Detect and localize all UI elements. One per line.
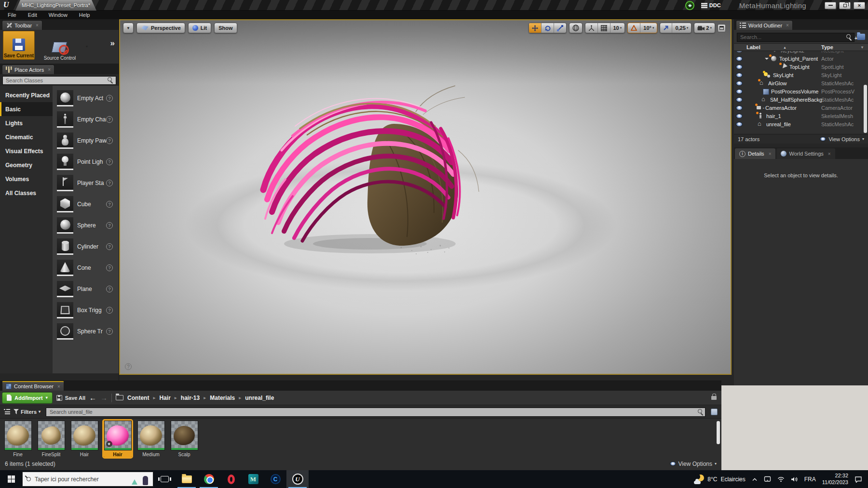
outliner-view-options-button[interactable]: View Options▾	[820, 136, 864, 142]
new-folder-icon[interactable]	[857, 34, 865, 40]
hidden-icons-chevron-icon[interactable]	[752, 477, 758, 481]
place-item-empty-pawn[interactable]: Empty Paw?	[53, 130, 119, 151]
help-icon[interactable]: ?	[106, 158, 113, 165]
place-item-cube[interactable]: Cube?	[53, 194, 119, 215]
collapse-arrow-icon[interactable]	[765, 58, 769, 62]
place-item-player-start[interactable]: Player Sta?	[53, 172, 119, 194]
close-tab-icon[interactable]: ×	[769, 151, 772, 157]
help-icon[interactable]: ?	[106, 243, 113, 250]
translate-tool-button[interactable]	[529, 23, 542, 33]
place-item-empty-character[interactable]: Empty Cha?	[53, 109, 119, 130]
content-scrollbar[interactable]	[717, 421, 720, 444]
asset-hair[interactable]: Hair	[70, 421, 98, 457]
outliner-row-airglow[interactable]: AirGlowStaticMeshAc	[734, 79, 868, 87]
close-tab-icon[interactable]: ×	[48, 67, 51, 72]
file-explorer-button[interactable]	[176, 470, 198, 488]
details-tab[interactable]: i Details ×	[735, 148, 775, 159]
3d-viewport[interactable]: ▼ Perspective Lit Show	[119, 19, 732, 375]
close-tab-icon[interactable]: ×	[57, 384, 60, 389]
asset-fine[interactable]: Fine	[4, 421, 32, 457]
menu-window[interactable]: Window	[43, 12, 73, 18]
visibility-eye-icon[interactable]	[736, 81, 743, 86]
visibility-eye-icon[interactable]	[736, 106, 743, 110]
help-icon[interactable]: ?	[106, 264, 113, 271]
category-geometry[interactable]: Geometry	[0, 158, 53, 172]
outliner-row-unreal-file[interactable]: unreal_fileStaticMeshAc	[734, 120, 868, 128]
label-column-header[interactable]: Label	[746, 44, 760, 50]
help-icon[interactable]: ?	[106, 328, 113, 335]
content-view-options-button[interactable]: View Options▾	[670, 461, 717, 467]
toolbar-tab[interactable]: Toolbar ×	[2, 20, 42, 30]
clock-widget[interactable]: 22:32 11/02/2023	[822, 473, 848, 486]
outliner-column-header[interactable]: Label ▲ Type ▼	[734, 43, 868, 51]
category-recently-placed[interactable]: Recently Placed	[0, 88, 53, 102]
maximize-viewport-button[interactable]	[718, 24, 726, 32]
menu-help[interactable]: Help	[73, 12, 96, 18]
asset-finesplit[interactable]: FineSplit	[37, 421, 65, 457]
place-item-box-trigger[interactable]: Box Trigg?	[53, 300, 119, 321]
outliner-row-hair-1[interactable]: hair_1SkeletalMesh	[734, 112, 868, 120]
chrome-button[interactable]	[198, 470, 220, 488]
help-icon[interactable]: ?	[106, 180, 113, 186]
save-search-icon[interactable]	[711, 409, 718, 415]
opera-button[interactable]	[220, 470, 242, 488]
type-column-header[interactable]: Type	[821, 44, 833, 50]
device-screen-icon[interactable]	[764, 476, 771, 482]
source-control-button[interactable]: Source Control	[35, 31, 85, 62]
breadcrumb-hair-13[interactable]: hair-13	[181, 395, 200, 401]
category-cinematic[interactable]: Cinematic	[0, 130, 53, 144]
visibility-eye-icon[interactable]	[736, 56, 743, 61]
help-icon[interactable]: ?	[106, 286, 113, 292]
asset-hair-selected[interactable]: ★Hair	[104, 421, 132, 457]
save-all-button[interactable]: Save All	[56, 395, 85, 401]
document-tab[interactable]: MHC_LightingPreset_Portra*	[15, 0, 96, 11]
place-actors-tab[interactable]: Place Actors ×	[2, 65, 54, 74]
place-item-plane[interactable]: Plane?	[53, 278, 119, 300]
rotation-snapping-button[interactable]	[628, 23, 640, 33]
grid-snap-value-dropdown[interactable]: 10▾	[610, 23, 625, 33]
maya-button[interactable]	[242, 470, 264, 488]
asset-scalp[interactable]: Scalp	[170, 421, 198, 457]
world-space-toggle[interactable]	[570, 23, 582, 33]
close-tab-icon[interactable]: ×	[828, 151, 831, 157]
sources-panel-icon[interactable]	[4, 409, 10, 414]
save-current-button[interactable]: Save Current	[3, 31, 35, 60]
notification-center-icon[interactable]	[854, 476, 862, 483]
close-tab-icon[interactable]: ×	[786, 23, 789, 28]
category-visual-effects[interactable]: Visual Effects	[0, 144, 53, 158]
place-item-cone[interactable]: Cone?	[53, 257, 119, 278]
camera-speed-button[interactable]: 2▾	[694, 23, 715, 33]
viewport-options-dropdown[interactable]: ▼	[123, 23, 134, 33]
filters-button[interactable]: Filters▾	[14, 409, 41, 415]
surface-snapping-button[interactable]	[585, 23, 598, 33]
type-filter-icon[interactable]: ▼	[860, 45, 864, 50]
menu-edit[interactable]: Edit	[22, 12, 43, 18]
help-icon[interactable]: ?	[106, 116, 113, 123]
lock-icon[interactable]	[711, 396, 717, 400]
perspective-button[interactable]: Perspective	[136, 23, 185, 33]
outliner-row-sm-halfspherebackg[interactable]: SM_HalfSphereBackgStaticMeshAc	[734, 95, 868, 104]
help-icon[interactable]: ?	[106, 95, 113, 102]
unreal-engine-button[interactable]	[286, 470, 309, 488]
close-tab-icon[interactable]: ×	[36, 23, 39, 28]
visibility-eye-icon[interactable]	[736, 51, 743, 53]
start-button[interactable]	[0, 470, 22, 488]
place-item-cylinder[interactable]: Cylinder?	[53, 236, 119, 257]
place-item-sphere[interactable]: Sphere?	[53, 215, 119, 236]
breadcrumb-unreal-file[interactable]: unreal_file	[245, 395, 274, 401]
place-item-point-light[interactable]: Point Ligh?	[53, 151, 119, 172]
category-basic[interactable]: Basic	[0, 102, 53, 116]
taskbar-search-field[interactable]: Taper ici pour rechercher	[22, 472, 153, 487]
search-classes-input[interactable]	[2, 76, 116, 85]
outliner-row-skylight[interactable]: SkyLightSkyLight	[734, 71, 868, 79]
category-all-classes[interactable]: All Classes	[0, 186, 53, 200]
scale-snapping-button[interactable]	[660, 23, 672, 33]
minimize-button[interactable]	[825, 2, 836, 9]
content-browser-tab[interactable]: Content Browser ×	[2, 381, 64, 391]
c-app-button[interactable]	[264, 470, 286, 488]
grid-snapping-button[interactable]	[598, 23, 610, 33]
content-search-input[interactable]	[46, 408, 705, 417]
category-volumes[interactable]: Volumes	[0, 172, 53, 186]
outliner-search-field[interactable]	[737, 32, 854, 41]
scale-tool-button[interactable]	[554, 23, 566, 33]
